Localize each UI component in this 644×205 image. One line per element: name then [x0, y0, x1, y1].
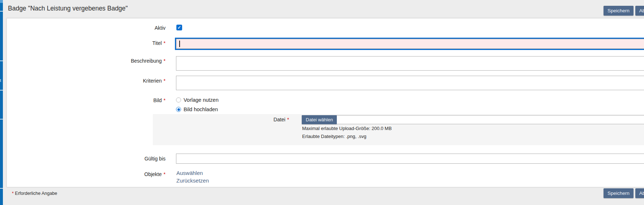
beschreibung-textarea[interactable] — [176, 56, 644, 71]
footer-actions: Speichern Abbrechen — [604, 188, 644, 198]
required-asterisk: * — [287, 117, 289, 122]
datei-label: Datei* — [153, 117, 289, 122]
required-asterisk: * — [12, 191, 14, 196]
sidebar-divider — [0, 11, 3, 12]
radio-bild-hochladen[interactable]: Bild hochladen — [176, 106, 218, 112]
zuruecksetzen-link[interactable]: Zurücksetzen — [176, 177, 209, 184]
auswaehlen-link[interactable]: Auswählen — [176, 170, 209, 176]
sidebar-divider — [0, 188, 3, 189]
upload-size-hint: Maximal erlaubte Upload-Größe: 200.0 MB — [302, 126, 392, 131]
page-title: Badge "Nach Leistung vergebenes Badge" — [8, 5, 128, 12]
objekte-links: Auswählen Zurücksetzen — [176, 170, 209, 184]
sidebar-top-segment — [0, 0, 3, 3]
radio-label: Bild hochladen — [184, 106, 218, 112]
titel-label: Titel* — [7, 40, 166, 46]
titel-input[interactable] — [176, 39, 644, 49]
header-actions: Speichern Abbrechen — [604, 6, 644, 16]
text-caret — [179, 41, 180, 47]
objekte-label: Objekte* — [7, 171, 166, 177]
beschreibung-label: Beschreibung* — [7, 58, 166, 64]
radio-checked-icon — [176, 107, 181, 112]
sidebar-divider — [0, 60, 3, 61]
cancel-button-bottom[interactable]: Abbrechen — [635, 188, 644, 198]
required-asterisk: * — [164, 171, 166, 177]
save-button-bottom[interactable]: Speichern — [604, 188, 634, 198]
aktiv-label: Aktiv — [7, 25, 166, 31]
required-asterisk: * — [164, 78, 166, 84]
kriterien-textarea[interactable] — [176, 76, 644, 90]
cancel-button[interactable]: Abbrechen — [635, 6, 644, 16]
sidebar-divider — [0, 119, 3, 120]
choose-file-button[interactable]: Datei wählen — [302, 115, 337, 124]
sidebar-clipped-text: t — [0, 79, 1, 83]
file-input: Datei wählen — [302, 115, 644, 124]
bild-label: Bild* — [7, 97, 166, 103]
aktiv-checkbox[interactable] — [176, 25, 182, 30]
radio-vorlage-nutzen[interactable]: Vorlage nutzen — [176, 97, 219, 103]
required-asterisk: * — [164, 40, 166, 46]
file-name-area[interactable] — [337, 115, 644, 124]
required-asterisk: * — [164, 58, 166, 64]
gueltig-bis-input[interactable] — [176, 154, 644, 164]
kriterien-label: Kriterien* — [7, 78, 166, 84]
radio-label: Vorlage nutzen — [184, 97, 219, 103]
save-button[interactable]: Speichern — [604, 6, 634, 16]
sidebar-divider — [0, 90, 3, 91]
required-note: * Erforderliche Angabe — [12, 191, 57, 196]
collapsed-sidebar-strip[interactable]: t — [0, 0, 3, 205]
radio-unchecked-icon — [176, 97, 181, 102]
filetype-hint: Erlaubte Dateitypen: .png, .svg — [302, 134, 366, 139]
gueltig-bis-label: Gültig bis — [7, 156, 166, 162]
required-asterisk: * — [164, 97, 166, 103]
